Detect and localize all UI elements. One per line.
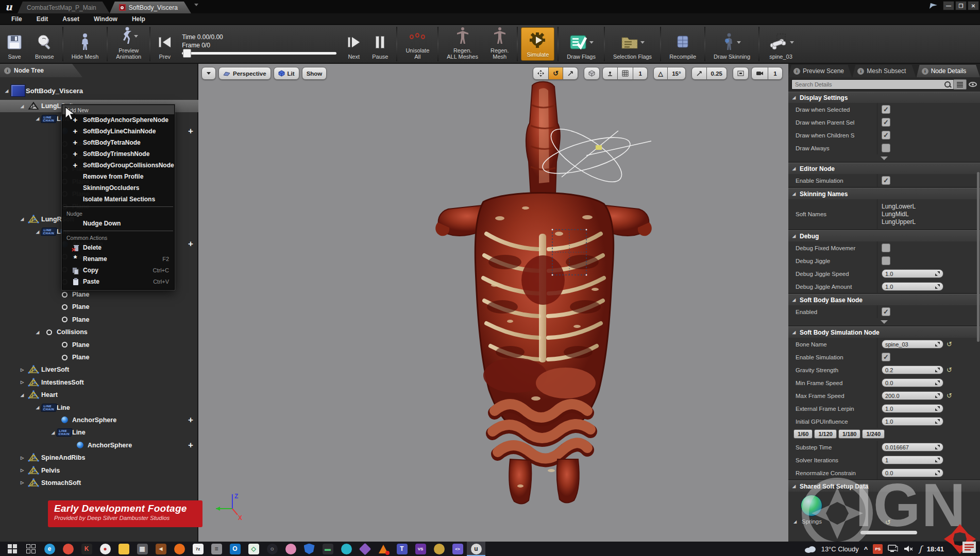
checkbox-checked[interactable]: ✓ [882,118,890,127]
checkbox-checked[interactable]: ✓ [882,176,890,185]
tree-row-plane[interactable]: Plane [0,288,198,301]
context-menu-item-remove-from-profile[interactable]: Remove from Profile [62,171,174,182]
tree-row-plane[interactable]: Plane [0,314,198,326]
section-header[interactable]: ◢Skinning Names [788,188,980,199]
tree-row-plane[interactable]: Plane [0,301,198,313]
reset-to-default-icon[interactable]: ↺ [947,392,952,399]
pen-tray-icon[interactable]: ʃ [919,544,921,554]
task-view-button[interactable] [22,542,40,556]
prev-frame-button[interactable]: Prev [153,25,177,63]
value-input[interactable]: 0.0 [882,378,943,387]
expander-open-icon[interactable]: ◢ [34,116,41,121]
section-header[interactable]: ◢Display Settings [788,92,980,103]
visual-studio-icon[interactable]: VS [411,542,430,556]
selection-flags-caret-icon[interactable] [640,41,645,44]
vlc-icon[interactable] [374,542,393,556]
reset-to-default-icon[interactable]: ↺ [947,366,952,374]
hex-tool-icon[interactable]: ◇ [244,542,263,556]
expander-open-icon[interactable]: ◢ [19,217,26,221]
context-menu-item-softbodygroupcollisionsnode[interactable]: +SoftBodyGroupCollisionsNode [62,160,174,171]
add-node-button[interactable]: + [188,442,193,449]
context-menu-item-softbodytetranode[interactable]: +SoftBodyTetraNode [62,137,174,148]
checkbox-checked[interactable]: ✓ [882,307,890,316]
surface-snap-button[interactable] [602,67,618,80]
value-input[interactable]: spine_03 [882,340,943,349]
regen-all-meshes-button[interactable]: Regen. ALL Meshes [441,25,484,63]
springs-asset-thumbnail[interactable] [801,495,822,516]
expander-closed-icon[interactable]: ▷ [19,368,26,372]
eye-icon[interactable] [969,82,977,87]
translate-tool-button[interactable] [533,67,549,80]
add-node-button[interactable]: + [188,416,193,424]
tab-mesh-subsections[interactable]: iMesh Subsect [852,65,916,77]
section-expander[interactable] [788,318,980,325]
drag-handle-icon[interactable] [935,393,940,398]
draw-skinning-button[interactable]: Draw Skinning [707,25,756,63]
tree-row-softbody_viscera[interactable]: ◢SoftBody_Viscera [0,81,198,100]
expander-open-icon[interactable]: ◢ [3,89,10,93]
section-header[interactable]: ◢Soft Body Base Node [788,294,980,305]
restore-button[interactable]: ❐ [955,1,967,10]
preset-button-1-240[interactable]: 1/240 [862,429,885,439]
context-menu-item-isolate-material-sections[interactable]: Isolate Material Sections [62,194,174,205]
tree-row-pelvis[interactable]: ▷Pelvis [0,464,198,476]
preset-button-1-120[interactable]: 1/120 [814,429,837,439]
display-tray-icon[interactable] [888,545,898,553]
expander-open-icon[interactable]: ◢ [19,104,26,109]
edge-browser-icon[interactable]: e [40,542,59,556]
teams-icon[interactable]: T [393,542,411,556]
tab-node-details[interactable]: iNode Details [917,65,980,77]
viewport[interactable]: Perspective Lit Show ↺ [198,64,788,542]
preset-button-1-180[interactable]: 1/180 [838,429,861,439]
preset-button-1-60[interactable]: 1/60 [793,429,813,439]
tree-row-stomachsoft[interactable]: ▷StomachSoft [0,477,198,489]
world-local-toggle-button[interactable] [584,67,600,80]
context-menu-item-delete[interactable]: Delete [62,242,174,253]
rotation-snap-button[interactable]: △ [653,67,668,80]
drag-handle-icon[interactable] [935,471,940,475]
viscera-model[interactable] [433,79,654,507]
pink-app-icon[interactable] [281,542,300,556]
minimize-button[interactable]: — [943,1,954,10]
tree-row-anchorsphere[interactable]: AnchorSphere+ [0,414,198,426]
obs-studio-icon[interactable]: ○ [263,542,281,556]
tree-row-plane[interactable]: Plane [0,338,198,351]
drag-handle-icon[interactable] [935,419,940,424]
grid-snap-button[interactable] [618,67,633,80]
k-app-icon[interactable]: K [77,542,96,556]
selection-flags-button[interactable]: Selection Flags [607,25,658,63]
rotate-tool-button[interactable]: ↺ [549,67,563,80]
expander-open-icon[interactable]: ◢ [34,405,41,410]
save-button[interactable]: Save [0,25,29,63]
tree-row-line[interactable]: ◢LINECHAINLine [0,426,198,439]
notes-app-icon[interactable]: ≡ [207,542,226,556]
tree-row-intestinessoft[interactable]: ▷IntestinesSoft [0,376,198,389]
draw-flags-caret-icon[interactable] [589,41,594,44]
camera-speed-button[interactable] [751,67,768,80]
context-menu-item-paste[interactable]: PasteCtrl+V [62,276,174,287]
context-menu-item-softbodyanchorspherenode[interactable]: +SoftBodyAnchorSphereNode [62,114,174,126]
menu-asset[interactable]: Asset [55,15,87,23]
add-node-button[interactable]: + [188,240,193,248]
search-details-input[interactable] [791,79,954,90]
value-input[interactable]: 0.016667 [882,443,943,451]
context-menu-item-skinningoccluders[interactable]: SkinningOccluders [62,182,174,194]
value-input[interactable]: 0.2 [882,366,943,374]
expander-open-icon[interactable]: ◢ [34,230,41,234]
drag-handle-icon[interactable] [935,342,940,346]
unisolate-all-button[interactable]: Unisolate All [399,25,435,63]
tree-row-heart[interactable]: ◢Heart [0,389,198,401]
checkbox-unchecked[interactable]: ✓ [882,256,890,265]
drag-handle-icon[interactable] [935,445,940,449]
menu-edit[interactable]: Edit [29,15,56,23]
value-input[interactable]: 1.0 [882,417,943,426]
perspective-button[interactable]: Perspective [218,67,271,80]
prism-app-icon[interactable] [356,542,374,556]
preview-animation-caret-icon[interactable] [134,35,138,38]
draw-skinning-caret-icon[interactable] [737,41,741,44]
timeline-handle[interactable] [183,49,191,58]
seven-zip-icon[interactable]: 7z [189,542,207,556]
monitor-app-icon[interactable]: ▬ [318,542,337,556]
lit-mode-button[interactable]: Lit [274,67,299,80]
shield-app-icon[interactable] [300,542,318,556]
